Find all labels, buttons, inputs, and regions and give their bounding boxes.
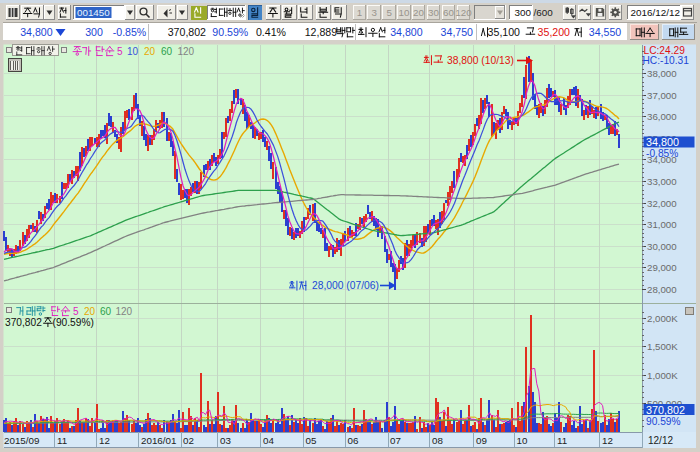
svg-text:34,800: 34,800 [390,26,423,38]
svg-text:1,000K: 1,000K [647,370,678,381]
svg-text:31,000: 31,000 [647,219,677,230]
svg-text:08: 08 [432,435,443,446]
svg-text:34,800: 34,800 [646,136,679,148]
svg-text:60: 60 [443,7,454,18]
svg-text:370,802: 370,802 [646,404,685,416]
svg-text:2016/12/12: 2016/12/12 [631,7,680,18]
svg-text:2,000K: 2,000K [647,313,678,324]
svg-text:60: 60 [161,46,173,57]
svg-text:20: 20 [413,7,424,18]
svg-text:1,500K: 1,500K [647,341,678,352]
svg-text:120: 120 [455,7,472,18]
svg-text:001450: 001450 [77,7,110,18]
svg-text:07: 07 [390,435,401,446]
svg-text:370,802: 370,802 [5,317,42,328]
svg-text:3: 3 [372,7,378,18]
svg-text:32,000: 32,000 [647,198,677,209]
svg-text:120: 120 [178,46,195,57]
svg-text:03: 03 [220,435,231,446]
svg-text:12: 12 [99,435,110,446]
svg-text:04: 04 [263,435,274,446]
svg-text:/600: /600 [534,7,554,18]
svg-text:37,000: 37,000 [647,90,677,101]
svg-text:60: 60 [100,306,112,317]
svg-text:11: 11 [557,435,567,446]
svg-text:09: 09 [476,435,487,446]
svg-text:5: 5 [117,46,123,57]
svg-text:10: 10 [127,46,139,57]
svg-text:36,000: 36,000 [647,111,677,122]
svg-text:5: 5 [73,306,79,317]
svg-text:300: 300 [515,7,532,18]
svg-text:370,802: 370,802 [168,26,206,38]
svg-text:28,000 (07/06): 28,000 (07/06) [312,280,379,291]
svg-text:-0.85%: -0.85% [646,148,678,159]
svg-text:5: 5 [386,7,392,18]
svg-text:34,800: 34,800 [20,26,53,38]
svg-text:300: 300 [85,26,103,38]
svg-text:10: 10 [398,7,409,18]
svg-text:12/12: 12/12 [648,435,673,446]
svg-text:2015/09: 2015/09 [4,435,39,446]
svg-text:06: 06 [348,435,359,446]
svg-text:10: 10 [517,435,528,446]
svg-text:90.59%: 90.59% [212,26,249,38]
svg-text:11: 11 [57,435,67,446]
svg-text:120: 120 [116,306,133,317]
svg-text:20: 20 [144,46,156,57]
svg-text:2016/01: 2016/01 [141,435,176,446]
svg-text:35,200: 35,200 [538,26,571,38]
svg-text:35,100: 35,100 [488,26,521,38]
svg-text:20: 20 [84,306,96,317]
svg-text:33,000: 33,000 [647,176,677,187]
svg-text:34,550: 34,550 [589,26,622,38]
svg-text:-0.85%: -0.85% [113,26,147,38]
svg-text:38,800 (10/13): 38,800 (10/13) [447,55,514,66]
svg-text:28,000: 28,000 [647,284,677,295]
svg-text:1: 1 [357,7,362,18]
svg-text:HC:-10.31: HC:-10.31 [643,55,690,66]
svg-text:30,000: 30,000 [647,241,677,252]
svg-text:12: 12 [602,435,613,446]
svg-text:38,000: 38,000 [647,68,677,79]
svg-text:34,750: 34,750 [441,26,474,38]
svg-text:05: 05 [306,435,317,446]
svg-text:02: 02 [183,435,194,446]
svg-text:0.41%: 0.41% [256,26,287,38]
svg-text:90.59%: 90.59% [646,416,681,427]
svg-text:12,889: 12,889 [305,26,338,38]
svg-text:(90.59%): (90.59%) [53,317,94,328]
svg-text:29,000: 29,000 [647,262,677,273]
svg-text:30: 30 [428,7,439,18]
